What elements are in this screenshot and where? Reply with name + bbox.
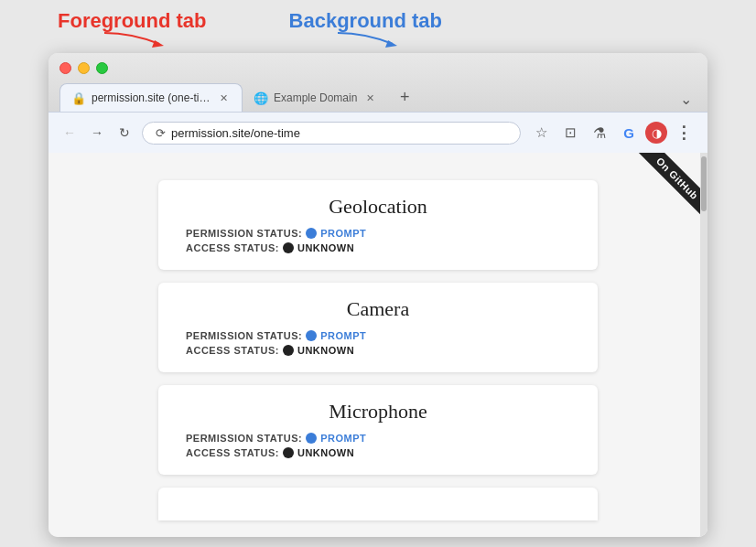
geolocation-permission-dot	[306, 228, 317, 239]
tab1-icon: 🔒	[71, 91, 86, 105]
url-bar[interactable]: ⟳ permission.site/one-time	[142, 122, 521, 145]
new-tab-button[interactable]: +	[392, 84, 417, 110]
partial-card	[158, 488, 598, 520]
microphone-card: Microphone PERMISSION STATUS: PROMPT ACC…	[158, 385, 598, 475]
microphone-access-dot	[283, 447, 294, 458]
camera-permission-value: PROMPT	[320, 330, 366, 341]
browser-window: 🔒 permission.site (one-time) ✕ 🌐 Example…	[49, 53, 707, 537]
tabs-row: 🔒 permission.site (one-time) ✕ 🌐 Example…	[59, 83, 697, 112]
microphone-permission-value: PROMPT	[320, 433, 366, 444]
refresh-button[interactable]: ↻	[114, 123, 135, 143]
star-icon[interactable]: ☆	[528, 120, 554, 145]
url-lock-icon: ⟳	[156, 126, 166, 140]
microphone-title: Microphone	[186, 400, 570, 424]
tab-menu-button[interactable]: ⌄	[675, 88, 697, 110]
microphone-access-row: ACCESS STATUS: UNKNOWN	[186, 447, 570, 458]
page-content: On GitHub Geolocation PERMISSION STATUS:…	[49, 153, 707, 537]
scrollbar-thumb	[701, 156, 707, 211]
tab-labels: Foreground tab Background tab	[49, 9, 707, 33]
more-icon[interactable]: ⋮	[671, 120, 697, 145]
traffic-lights	[59, 62, 697, 74]
camera-access-dot	[283, 345, 294, 356]
maximize-button[interactable]	[96, 62, 108, 74]
microphone-permission-dot	[306, 433, 317, 444]
address-bar: ← → ↻ ⟳ permission.site/one-time ☆ ⊡ ⚗ G…	[49, 112, 707, 153]
google-icon[interactable]: G	[616, 120, 642, 145]
tab-active[interactable]: 🔒 permission.site (one-time) ✕	[59, 83, 243, 112]
github-ribbon: On GitHub	[616, 153, 707, 244]
geolocation-access-dot	[283, 242, 294, 253]
camera-permission-dot	[306, 330, 317, 341]
background-tab-label: Background tab	[289, 9, 442, 32]
microphone-permission-label: PERMISSION STATUS:	[186, 433, 302, 444]
bg-arrow	[329, 31, 402, 48]
microphone-permission-row: PERMISSION STATUS: PROMPT	[186, 433, 570, 444]
tab-inactive[interactable]: 🌐 Example Domain ✕	[243, 84, 388, 112]
geolocation-access-label: ACCESS STATUS:	[186, 242, 279, 253]
camera-card: Camera PERMISSION STATUS: PROMPT ACCESS …	[158, 283, 598, 372]
profile-icon[interactable]: ◑	[645, 122, 667, 144]
scrollbar[interactable]	[700, 153, 707, 537]
geolocation-permission-row: PERMISSION STATUS: PROMPT	[186, 228, 570, 239]
foreground-tab-label: Foreground tab	[58, 9, 207, 32]
microphone-access-label: ACCESS STATUS:	[186, 447, 279, 458]
close-button[interactable]	[59, 62, 71, 74]
geolocation-permission-value: PROMPT	[320, 228, 366, 239]
title-bar: 🔒 permission.site (one-time) ✕ 🌐 Example…	[49, 53, 707, 112]
camera-permission-label: PERMISSION STATUS:	[186, 330, 302, 341]
github-ribbon-text: On GitHub	[635, 153, 707, 220]
geolocation-access-value: UNKNOWN	[297, 242, 354, 253]
geolocation-access-row: ACCESS STATUS: UNKNOWN	[186, 242, 570, 253]
camera-access-label: ACCESS STATUS:	[186, 345, 279, 356]
tab2-close[interactable]: ✕	[362, 91, 377, 105]
tab1-title: permission.site (one-time)	[92, 91, 211, 104]
microphone-access-value: UNKNOWN	[297, 447, 354, 458]
extensions-icon[interactable]: ⊡	[557, 120, 583, 145]
flask-icon[interactable]: ⚗	[587, 120, 612, 145]
camera-access-row: ACCESS STATUS: UNKNOWN	[186, 345, 570, 356]
tab1-close[interactable]: ✕	[216, 91, 231, 105]
minimize-button[interactable]	[78, 62, 90, 74]
geolocation-permission-label: PERMISSION STATUS:	[186, 228, 302, 239]
camera-permission-row: PERMISSION STATUS: PROMPT	[186, 330, 570, 341]
geolocation-title: Geolocation	[186, 195, 570, 219]
fg-arrow	[95, 31, 168, 48]
camera-title: Camera	[186, 297, 570, 321]
forward-button[interactable]: →	[87, 123, 107, 143]
camera-access-value: UNKNOWN	[297, 345, 354, 356]
url-text: permission.site/one-time	[171, 126, 507, 140]
tab2-title: Example Domain	[274, 91, 357, 104]
toolbar-icons: ☆ ⊡ ⚗ G ◑ ⋮	[528, 120, 697, 145]
tab2-icon: 🌐	[254, 91, 268, 105]
geolocation-card: Geolocation PERMISSION STATUS: PROMPT AC…	[158, 180, 598, 270]
back-button[interactable]: ←	[59, 123, 80, 143]
